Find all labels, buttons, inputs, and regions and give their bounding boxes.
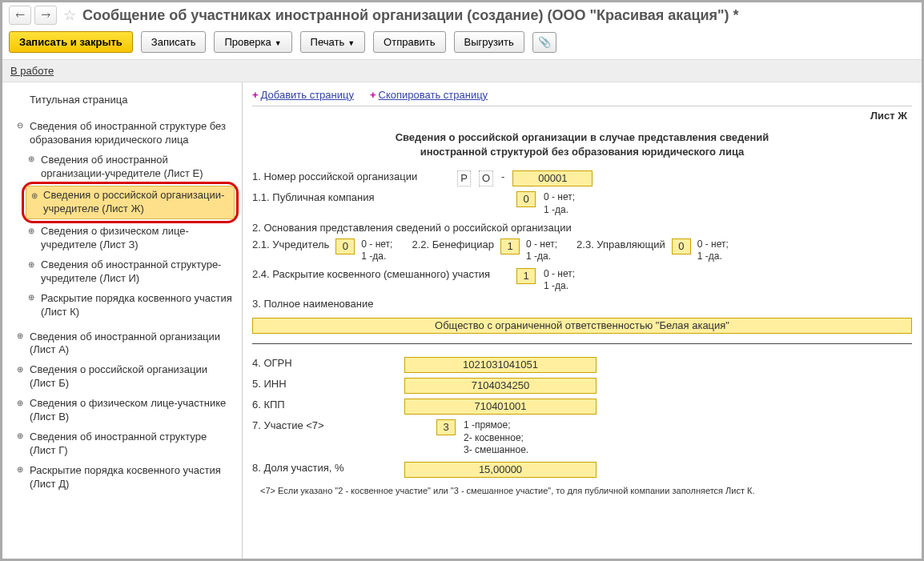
share-field[interactable]: 15,00000 <box>404 462 597 478</box>
expand-icon[interactable]: ⊕ <box>15 331 25 341</box>
ogrn-label: 4. ОГРН <box>252 357 396 369</box>
public-company-label: 1.1. Публичная компания <box>252 191 396 203</box>
footnote: <7> Если указано "2 - косвенное участие"… <box>260 486 912 495</box>
ogrn-field[interactable]: 1021031041051 <box>404 357 597 373</box>
expand-icon[interactable]: ⊕ <box>15 364 25 374</box>
full-name-field[interactable]: Общество с ограниченной ответственностью… <box>252 318 912 334</box>
nav-back-button[interactable]: 🡐 <box>9 6 31 25</box>
hint: 0 - нет; 1 -да. <box>697 238 729 263</box>
check-button[interactable]: Проверка▼ <box>214 31 291 53</box>
prefix-p: Р <box>457 170 471 186</box>
expand-icon[interactable]: ⊕ <box>30 190 39 200</box>
tree-foreign-structure[interactable]: ⊖ Сведения об иностранной структуре без … <box>7 117 237 150</box>
copy-page-link[interactable]: +Скопировать страницу <box>370 89 488 101</box>
founder-field[interactable]: 0 <box>335 238 355 254</box>
kpp-label: 6. КПП <box>252 399 396 411</box>
expand-icon[interactable]: ⊕ <box>26 154 36 164</box>
founder-label: 2.1. Учредитель <box>252 238 329 250</box>
tree-sheet-b[interactable]: ⊕ Сведения о российской организации (Лис… <box>7 360 237 394</box>
inn-field[interactable]: 7104034250 <box>404 378 597 394</box>
beneficiary-field[interactable]: 1 <box>500 238 520 254</box>
plus-icon: + <box>252 89 259 101</box>
kpp-field[interactable]: 710401001 <box>404 399 597 415</box>
nav-tree: Титульная страница ⊖ Сведения об иностра… <box>2 82 243 559</box>
add-page-link[interactable]: +Добавить страницу <box>252 89 354 101</box>
nav-fwd-button[interactable]: 🡒 <box>34 6 57 25</box>
paperclip-icon: 📎 <box>538 36 551 48</box>
indirect-field[interactable]: 1 <box>516 268 536 284</box>
full-name-label: 3. Полное наименование <box>252 298 912 310</box>
export-button[interactable]: Выгрузить <box>454 31 524 53</box>
tree-sheet-zh[interactable]: ⊕ Сведения о российской организации-учре… <box>26 186 235 219</box>
hint: 1 -прямое; 2- косвенное; 3- смешанное. <box>464 419 528 457</box>
expand-icon[interactable]: ⊕ <box>15 398 25 407</box>
inn-label: 5. ИНН <box>252 378 396 390</box>
tree-title-page[interactable]: Титульная страница <box>7 90 237 110</box>
save-button[interactable]: Записать <box>141 31 207 53</box>
prefix-o: О <box>479 170 493 186</box>
expand-icon[interactable]: ⊕ <box>26 293 36 303</box>
hint: 0 - нет; 1 -да. <box>361 238 392 263</box>
attachment-button[interactable]: 📎 <box>532 32 556 53</box>
tree-sheet-k[interactable]: ⊕ Раскрытие порядка косвенного участия (… <box>23 289 237 323</box>
caret-icon: ▼ <box>275 39 282 47</box>
manager-label: 2.3. Управляющий <box>576 238 665 250</box>
plus-icon: + <box>370 89 376 101</box>
sheet-label: Лист Ж <box>870 110 907 122</box>
public-company-field[interactable]: 0 <box>516 191 536 207</box>
collapse-icon[interactable]: ⊖ <box>15 121 25 130</box>
content-area: +Добавить страницу +Скопировать страницу… <box>243 82 922 559</box>
expand-icon[interactable]: ⊕ <box>26 226 36 235</box>
expand-icon[interactable]: ⊕ <box>15 431 25 441</box>
org-number-label: 1. Номер российской организации <box>252 170 417 182</box>
tree-sheet-z[interactable]: ⊕ Сведения о физическом лице-учредителе … <box>23 222 237 255</box>
hint: 0 - нет; 1 -да. <box>544 191 575 216</box>
org-number-field[interactable]: 00001 <box>512 170 593 186</box>
send-button[interactable]: Отправить <box>373 31 445 53</box>
favorite-star-icon[interactable]: ☆ <box>63 6 76 24</box>
share-label: 8. Доля участия, % <box>252 462 396 474</box>
expand-icon[interactable]: ⊕ <box>26 259 36 269</box>
expand-icon[interactable]: ⊕ <box>15 465 25 475</box>
status-link[interactable]: В работе <box>10 65 54 77</box>
print-button[interactable]: Печать▼ <box>300 31 366 53</box>
hint: 0 - нет; 1 -да. <box>544 268 575 293</box>
indirect-label: 2.4. Раскрытие косвенного (смешанного) у… <box>252 268 508 280</box>
tree-sheet-g[interactable]: ⊕ Сведения об иностранной структуре (Лис… <box>7 427 237 461</box>
section-title: Сведения о российской организации в случ… <box>300 130 864 159</box>
tree-sheet-d[interactable]: ⊕ Раскрытие порядка косвенного участия (… <box>7 461 237 495</box>
hint: 0 - нет; 1 -да. <box>526 238 557 263</box>
tree-sheet-i[interactable]: ⊕ Сведения об иностранной структуре-учре… <box>23 255 237 289</box>
tree-sheet-e[interactable]: ⊕ Сведения об иностранной организации-уч… <box>23 150 237 184</box>
save-and-close-button[interactable]: Записать и закрыть <box>9 31 133 53</box>
highlight-ring: ⊕ Сведения о российской организации-учре… <box>22 182 239 223</box>
manager-field[interactable]: 0 <box>672 238 691 254</box>
window-title: Сообщение об участниках иностранной орга… <box>82 7 739 24</box>
participation-field[interactable]: 3 <box>436 419 456 435</box>
tree-sheet-v[interactable]: ⊕ Сведения о физическом лице-участнике (… <box>7 394 237 427</box>
tree-sheet-a[interactable]: ⊕ Сведения об иностранной организации (Л… <box>7 327 237 361</box>
beneficiary-label: 2.2. Бенефициар <box>412 238 494 250</box>
participation-label: 7. Участие <7> <box>252 419 396 431</box>
caret-icon: ▼ <box>348 39 355 47</box>
basis-label: 2. Основания представления сведений о ро… <box>252 222 572 234</box>
